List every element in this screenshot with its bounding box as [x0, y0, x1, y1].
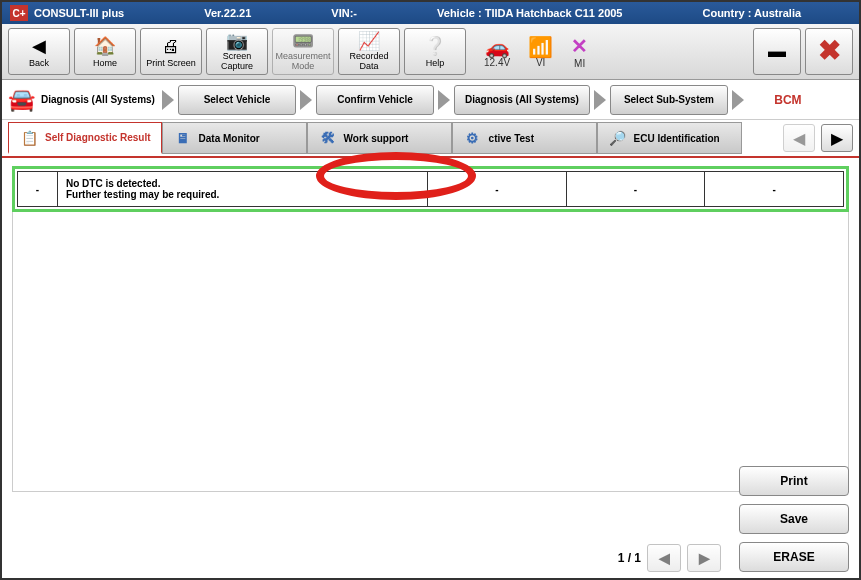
btn-label: Print: [780, 474, 807, 488]
signal-icon: 📶: [528, 35, 553, 57]
vi-label: VI: [536, 57, 545, 68]
measurement-mode-button: 📟 Measurement Mode: [272, 28, 334, 75]
tabs-prev-button[interactable]: ◀: [783, 124, 815, 152]
breadcrumb-start: 🚘 Diagnosis (All Systems): [8, 87, 158, 113]
btn-label: ERASE: [773, 550, 814, 564]
tab-label: ctive Test: [489, 133, 534, 144]
save-button[interactable]: Save: [739, 504, 849, 534]
clipboard-icon: 📋: [19, 128, 39, 148]
crumb-label: Confirm Vehicle: [337, 94, 413, 105]
dtc-line2: Further testing may be required.: [66, 189, 219, 200]
crumb-select-subsystem[interactable]: Select Sub-System: [610, 85, 728, 115]
tab-label: Data Monitor: [199, 133, 260, 144]
printer-icon: 🖨: [162, 35, 180, 59]
recorded-data-button[interactable]: 📈 Recorded Data: [338, 28, 400, 75]
home-icon: 🏠: [94, 35, 116, 59]
toolbar: ◀ Back 🏠 Home 🖨 Print Screen 📷 Screen Ca…: [2, 24, 859, 80]
tab-label: ECU Identification: [634, 133, 720, 144]
page-prev-button[interactable]: ◀: [647, 544, 681, 572]
measurement-label: Measurement Mode: [275, 52, 331, 72]
pager-area: 1 / 1 ◀ ▶: [12, 544, 739, 572]
dtc-message: No DTC is detected. Further testing may …: [58, 172, 428, 207]
crumb-select-vehicle[interactable]: Select Vehicle: [178, 85, 296, 115]
chevron-right-icon: [300, 90, 312, 110]
tab-work-support[interactable]: 🛠 Work support: [307, 122, 452, 154]
crumb-confirm-vehicle[interactable]: Confirm Vehicle: [316, 85, 434, 115]
help-button[interactable]: ❔ Help: [404, 28, 466, 75]
country-label: Country : Australia: [702, 7, 801, 19]
tab-ecu-identification[interactable]: 🔎 ECU Identification: [597, 122, 742, 154]
chevron-right-icon: [594, 90, 606, 110]
device-icon: ▬: [768, 40, 786, 64]
tabs-nav: ◀ ▶: [783, 124, 853, 152]
mi-status: ✕ MI: [571, 34, 588, 69]
action-buttons: Print Save ERASE: [739, 466, 849, 572]
dtc-col-4: -: [705, 172, 844, 207]
monitor-icon: 🖥: [173, 128, 193, 148]
chart-icon: 📈: [358, 31, 380, 52]
crumb-label: Select Vehicle: [204, 94, 271, 105]
wrench-icon: 🛠: [318, 128, 338, 148]
tabs-next-button[interactable]: ▶: [821, 124, 853, 152]
crumb-label: Diagnosis (All Systems): [465, 94, 579, 105]
empty-list-area: [12, 212, 849, 492]
close-button[interactable]: ✖: [805, 28, 853, 75]
breadcrumb-start-label: Diagnosis (All Systems): [41, 94, 155, 105]
vin-label: VIN:-: [331, 7, 357, 19]
tab-label: Work support: [344, 133, 409, 144]
dtc-result-box: - No DTC is detected. Further testing ma…: [12, 166, 849, 212]
back-button[interactable]: ◀ Back: [8, 28, 70, 75]
erase-button[interactable]: ERASE: [739, 542, 849, 572]
screen-capture-label: Screen Capture: [209, 52, 265, 72]
page-next-button[interactable]: ▶: [687, 544, 721, 572]
voltage-value: 12.4V: [484, 57, 510, 68]
vi-status: 📶 VI: [528, 35, 553, 68]
title-bar: C+ CONSULT-III plus Ver.22.21 VIN:- Vehi…: [2, 2, 859, 24]
test-icon: ⚙: [463, 128, 483, 148]
cross-icon: ✕: [571, 34, 588, 58]
home-label: Home: [93, 59, 117, 69]
footer: 1 / 1 ◀ ▶ Print Save ERASE: [12, 466, 849, 572]
device-button[interactable]: ▬: [753, 28, 801, 75]
ecu-icon: 🔎: [608, 128, 628, 148]
status-area: 🚗 12.4V 📶 VI ✕ MI: [470, 28, 749, 75]
help-label: Help: [426, 59, 445, 69]
diagnosis-car-icon: 🚘: [8, 87, 35, 113]
app-logo-icon: C+: [10, 5, 28, 21]
page-label: 1 / 1: [618, 551, 641, 565]
chevron-right-icon: [162, 90, 174, 110]
btn-label: Save: [780, 512, 808, 526]
dtc-col-2: -: [428, 172, 567, 207]
home-button[interactable]: 🏠 Home: [74, 28, 136, 75]
crumb-label: Select Sub-System: [624, 94, 714, 105]
breadcrumb-row: 🚘 Diagnosis (All Systems) Select Vehicle…: [2, 80, 859, 120]
print-screen-label: Print Screen: [146, 59, 196, 69]
tab-data-monitor[interactable]: 🖥 Data Monitor: [162, 122, 307, 154]
tab-label: Self Diagnostic Result: [45, 132, 151, 143]
print-screen-button[interactable]: 🖨 Print Screen: [140, 28, 202, 75]
measurement-icon: 📟: [292, 31, 314, 52]
screen-capture-button[interactable]: 📷 Screen Capture: [206, 28, 268, 75]
pager: 1 / 1 ◀ ▶: [618, 544, 721, 572]
tabs-row: 📋 Self Diagnostic Result 🖥 Data Monitor …: [2, 120, 859, 158]
close-icon: ✖: [818, 36, 841, 67]
crumb-diagnosis-all[interactable]: Diagnosis (All Systems): [454, 85, 590, 115]
car-icon: 🚗: [485, 35, 510, 57]
app-version: Ver.22.21: [204, 7, 251, 19]
help-icon: ❔: [424, 35, 446, 59]
tab-self-diagnostic[interactable]: 📋 Self Diagnostic Result: [8, 122, 162, 154]
vehicle-label: Vehicle : TIIDA Hatchback C11 2005: [437, 7, 622, 19]
camera-icon: 📷: [226, 31, 248, 52]
back-label: Back: [29, 59, 49, 69]
back-icon: ◀: [32, 35, 46, 59]
mi-label: MI: [574, 58, 585, 69]
dtc-col-3: -: [566, 172, 705, 207]
content-area: - No DTC is detected. Further testing ma…: [2, 158, 859, 500]
chevron-right-icon: [732, 90, 744, 110]
app-name: CONSULT-III plus: [34, 7, 124, 19]
dtc-col-0: -: [18, 172, 58, 207]
crumb-final: BCM: [748, 93, 828, 107]
chevron-right-icon: [438, 90, 450, 110]
tab-active-test[interactable]: ⚙ ctive Test: [452, 122, 597, 154]
print-button[interactable]: Print: [739, 466, 849, 496]
